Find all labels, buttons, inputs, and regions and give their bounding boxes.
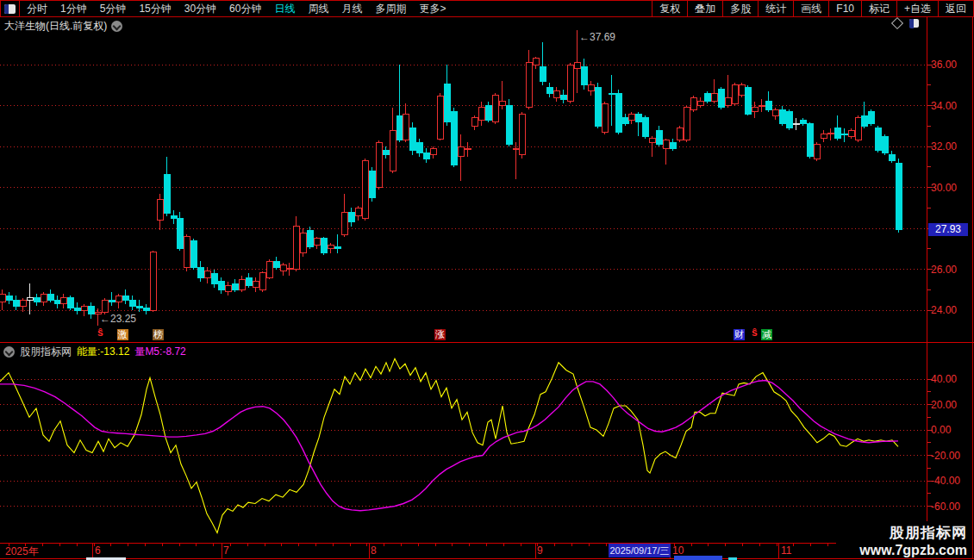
candle-body <box>759 106 765 107</box>
candle-body <box>628 114 634 120</box>
toolbar-button-4[interactable]: 画线 <box>793 1 828 16</box>
candle-body <box>499 102 505 106</box>
candle-body <box>622 118 628 124</box>
period-tab-8[interactable]: 月线 <box>341 2 362 16</box>
signal-marker: 涨 <box>434 329 446 340</box>
price-axis-label: 36.00 <box>931 59 957 71</box>
candle-body <box>670 142 676 148</box>
candle-body <box>649 139 655 143</box>
watermark-url: www.7gpzb.com <box>838 543 967 558</box>
candle-body <box>416 142 422 152</box>
title-right-icons <box>893 19 919 28</box>
signal-marker: ŝ <box>751 327 759 339</box>
candle-body <box>725 97 731 106</box>
period-tab-3[interactable]: 15分钟 <box>139 2 171 16</box>
candle-body <box>540 66 546 81</box>
candle-body <box>390 130 396 171</box>
candle-body <box>27 298 33 300</box>
toolbar-button-5[interactable]: F10 <box>828 1 861 16</box>
layout-split-button[interactable] <box>1 1 20 16</box>
candle-body <box>197 267 203 277</box>
toolbar-button-3[interactable]: 统计 <box>758 1 793 16</box>
candle-body <box>253 282 259 288</box>
x-axis-month-label: 8 <box>371 544 377 557</box>
candle-body <box>54 300 60 304</box>
period-tab-0[interactable]: 分时 <box>27 2 47 16</box>
candle-body <box>355 208 361 216</box>
period-tab-5[interactable]: 60分钟 <box>229 2 261 16</box>
period-tab-9[interactable]: 多周期 <box>375 2 406 16</box>
window-split-icon <box>4 4 16 14</box>
candle-body <box>314 239 320 245</box>
period-tab-6[interactable]: 日线 <box>274 2 295 16</box>
candle-body <box>848 130 854 136</box>
toolbar-button-8[interactable]: 返回 <box>938 1 973 16</box>
candle-body <box>218 282 224 290</box>
watermark: 股朋指标网 www.7gpzb.com <box>836 521 969 558</box>
candle-body <box>752 108 758 112</box>
toolbar-button-2[interactable]: 多股 <box>722 1 758 16</box>
candle-body <box>20 300 26 306</box>
price-axis-label: 30.00 <box>931 182 957 194</box>
candle-body <box>136 306 142 308</box>
candle-body <box>13 300 19 306</box>
candle-body <box>800 120 806 124</box>
period-tab-10[interactable]: 更多> <box>419 2 446 16</box>
chevron-down-circle-icon[interactable] <box>3 346 15 358</box>
candle-body <box>369 171 375 198</box>
candle-body <box>772 109 778 115</box>
candle-body <box>293 227 299 270</box>
indicator-axis-label: -60.00 <box>931 501 960 513</box>
window-split-icon[interactable] <box>909 19 919 28</box>
x-axis-year-label: 2025年 <box>5 544 39 559</box>
candle-body <box>875 128 881 151</box>
candle-body <box>239 279 245 289</box>
candle-body <box>793 124 799 125</box>
candle-body <box>827 134 834 134</box>
candle-body <box>704 93 710 102</box>
candle-body <box>74 308 80 310</box>
chevron-down-circle-icon[interactable] <box>111 21 122 32</box>
candle-body <box>553 91 559 97</box>
candle-body <box>656 130 662 145</box>
period-tab-2[interactable]: 5分钟 <box>100 2 127 16</box>
toolbar-button-6[interactable]: 标记 <box>861 1 896 16</box>
candle-body <box>779 109 785 124</box>
toolbar-button-0[interactable]: 复权 <box>652 1 687 16</box>
signal-marker: ŝ <box>97 327 104 339</box>
candle-body <box>690 97 696 109</box>
period-tabs: 分时1分钟5分钟15分钟30分钟60分钟日线周线月线多周期更多> <box>20 2 446 16</box>
candle-body <box>745 87 751 114</box>
signal-marker: 减 <box>761 329 772 340</box>
candle-body <box>286 268 292 269</box>
candle-body <box>834 128 840 139</box>
candle-body <box>328 245 334 249</box>
period-tab-4[interactable]: 30分钟 <box>184 2 216 16</box>
candle-body <box>841 134 847 135</box>
x-axis-month-label: 7 <box>223 544 229 557</box>
candle-body <box>60 298 66 304</box>
price-axis-label: 24.00 <box>931 304 957 316</box>
candle-body <box>190 240 197 267</box>
selected-date-badge: 2025/09/17/三 <box>609 544 671 557</box>
price-annotation: ←23.25 <box>100 313 136 325</box>
toolbar-button-7[interactable]: +自选 <box>896 1 938 16</box>
candle-body <box>478 108 484 120</box>
candle-body <box>882 136 888 152</box>
period-tab-7[interactable]: 周线 <box>308 2 328 16</box>
title-row: 大洋生物(日线.前复权) <box>4 19 122 34</box>
candle-body <box>855 118 861 140</box>
period-tab-1[interactable]: 1分钟 <box>60 2 87 16</box>
indicator-axis-label: 40.00 <box>931 373 957 385</box>
diamond-icon[interactable] <box>891 17 903 29</box>
candle-body <box>896 163 902 230</box>
candle-body <box>492 96 498 122</box>
indicator-header: 股朋指标网 能量:-13.12 量M5:-8.72 <box>3 345 186 359</box>
candle-body <box>465 148 471 149</box>
candle-body <box>889 155 895 161</box>
candle-body <box>814 145 820 159</box>
toolbar-button-1[interactable]: 叠加 <box>687 1 722 16</box>
candle-body <box>34 298 40 302</box>
x-axis-month-label: 11 <box>781 544 791 557</box>
price-annotation: ←37.69 <box>579 31 615 43</box>
